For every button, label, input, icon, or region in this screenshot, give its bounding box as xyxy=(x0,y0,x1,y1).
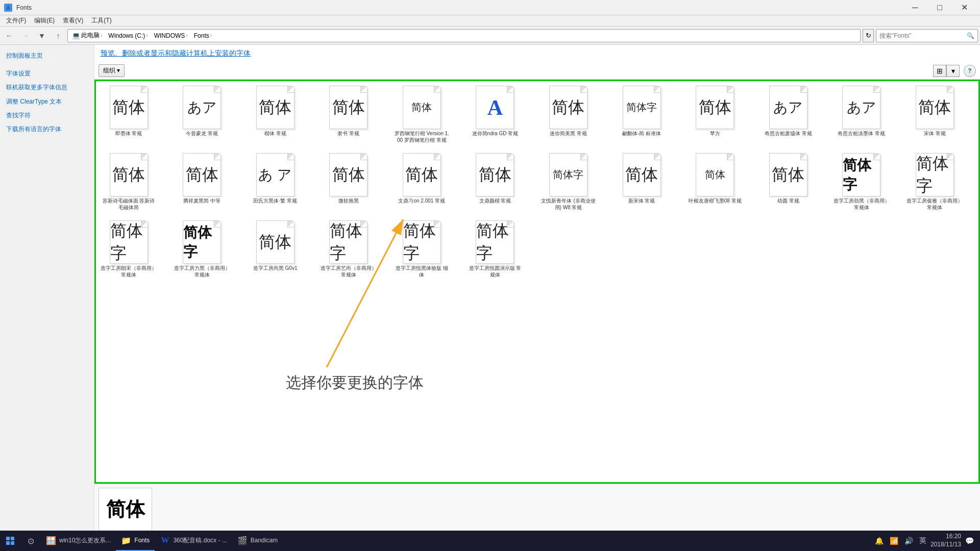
taskbar-icon-2: W xyxy=(160,535,170,545)
help-button[interactable]: ? xyxy=(964,65,976,77)
view-large-button[interactable]: ⊞ xyxy=(933,65,946,77)
font-name-label: 造字工房俊雅（非商用）常规体 xyxy=(906,197,963,211)
back-button[interactable]: ← xyxy=(2,29,16,43)
font-item[interactable]: 简体字 造字工房劲黑（非商用）常规体 xyxy=(831,151,892,217)
font-item[interactable]: あア 奇思古粗淡墨体 常规 xyxy=(831,83,892,149)
menu-file[interactable]: 文件(F) xyxy=(2,15,30,26)
font-item[interactable]: 简体 宋体 常规 xyxy=(904,83,965,149)
menu-tools[interactable]: 工具(T) xyxy=(87,15,115,26)
font-name-label: 迷你简美黑 常规 xyxy=(550,130,587,137)
sidebar-download[interactable]: 下载所有语言的字体 xyxy=(0,122,94,136)
font-preview-text: 简体字 xyxy=(916,153,953,196)
view-dropdown-button[interactable]: ▾ xyxy=(946,65,960,77)
font-item[interactable]: 简体字 造字工房俊雅（非商用）常规体 xyxy=(904,151,965,217)
font-name-label: 今昔豪龙 常规 xyxy=(186,130,218,137)
font-name-label: 苹方 xyxy=(710,130,720,137)
font-item[interactable]: 简体 腾祥麦黑简 中等 xyxy=(172,151,233,217)
taskbar-clock: 16:20 2018/11/13 xyxy=(930,533,961,548)
font-item[interactable]: 简体 造字工房尚黑 G0v1 xyxy=(244,218,306,284)
up-button[interactable]: ↑ xyxy=(51,29,65,43)
taskbar-network-icon[interactable]: 📶 xyxy=(888,537,900,545)
refresh-button[interactable]: ↻ xyxy=(863,29,874,42)
close-button[interactable]: ✕ xyxy=(952,0,976,15)
recent-button[interactable]: ▼ xyxy=(35,29,49,43)
content-title[interactable]: 预览、删除或者显示和隐藏计算机上安装的字体 xyxy=(101,49,251,57)
font-item[interactable]: 简体字 造字工房悦圆演示版 常规体 xyxy=(464,218,526,284)
address-windows[interactable]: WINDOWS › xyxy=(152,31,190,40)
taskbar-item-0[interactable]: 🪟 win10怎么更改系... xyxy=(41,531,116,551)
font-page: 简体 xyxy=(329,86,368,129)
font-page: 简体字 xyxy=(549,153,587,196)
taskbar-notification-icon[interactable]: 🔔 xyxy=(873,537,886,545)
font-page: あ ア xyxy=(256,153,295,196)
address-computer[interactable]: 💻 此电脑 › xyxy=(70,30,104,41)
font-item[interactable]: 简体 微软推黑 xyxy=(318,151,379,217)
search-input[interactable] xyxy=(879,32,965,39)
taskbar-speaker-icon[interactable]: 🔊 xyxy=(902,537,915,545)
taskbar-item-1[interactable]: 📁 Fonts xyxy=(116,531,155,551)
font-preview-text: あア xyxy=(187,98,217,117)
start-button[interactable] xyxy=(0,531,20,551)
sidebar-cleartype[interactable]: 调整 ClearType 文本 xyxy=(0,95,94,109)
sidebar-control-panel[interactable]: 控制面板主页 xyxy=(0,49,94,63)
font-item[interactable]: 简体 苹方 xyxy=(684,83,746,149)
forward-button[interactable]: → xyxy=(18,29,33,43)
font-item[interactable]: あ ア 田氏方黑体·繁 常规 xyxy=(244,151,306,217)
taskbar-icon-1: 📁 xyxy=(121,535,131,545)
font-name-label: 造字工房悦黑体验版 细体 xyxy=(394,265,450,278)
sidebar-find-char[interactable]: 查找字符 xyxy=(0,109,94,122)
font-item[interactable]: 简体字 造字工房艺尚（非商用）常规体 xyxy=(318,218,379,284)
font-name-label: 造字工房朗宋（非商用）常规体 xyxy=(101,265,157,278)
main-layout: 控制面板主页 字体设置 联机获取更多字体信息 调整 ClearType 文本 查… xyxy=(0,45,980,535)
font-item[interactable]: 简体 罗西钢笔行楷 Version 1.00 罗西钢笔行楷 常规 xyxy=(391,83,452,149)
taskbar-search-button[interactable]: ⊙ xyxy=(20,531,41,551)
font-preview-text: 简体 xyxy=(259,231,291,254)
menu-edit[interactable]: 编辑(E) xyxy=(30,15,59,26)
font-item[interactable]: 简体字 造字工房悦黑体验版 细体 xyxy=(391,218,452,284)
font-page: 简体 xyxy=(696,153,734,196)
font-item[interactable]: 简体字 文悦新青年体 (非商业使用) W8 常规 xyxy=(537,151,599,217)
taskbar-item-3[interactable]: 🎬 Bandicam xyxy=(232,531,283,551)
preview-font-box: 简体 xyxy=(99,488,152,531)
font-item[interactable]: A 迷你简ndra GD 常规 xyxy=(464,83,526,149)
maximize-button[interactable]: □ xyxy=(928,0,951,15)
font-preview-text: 简体字 xyxy=(476,220,513,264)
address-drive[interactable]: Windows (C:) › xyxy=(106,31,150,40)
search-bar[interactable]: 🔍 xyxy=(876,29,978,42)
font-page: 简体 xyxy=(183,153,221,196)
font-page: あア xyxy=(183,86,221,129)
menu-view[interactable]: 查看(V) xyxy=(59,15,87,26)
address-fonts[interactable]: Fonts › xyxy=(192,31,214,40)
sidebar-get-more[interactable]: 联机获取更多字体信息 xyxy=(0,81,94,94)
minimize-button[interactable]: ─ xyxy=(903,0,927,15)
font-item[interactable]: 简体字 造字工房朗宋（非商用）常规体 xyxy=(98,218,159,284)
font-item[interactable]: あア 今昔豪龙 常规 xyxy=(172,83,233,149)
content-area: 预览、删除或者显示和隐藏计算机上安装的字体 组织 ▾ ⊞ ▾ ? 简体 即墨体 … xyxy=(94,45,980,535)
taskbar-lang-icon[interactable]: 英 xyxy=(917,536,928,545)
font-item[interactable]: 简体字 造字工房力黑（非商用）常规体 xyxy=(172,218,233,284)
font-preview-text: 简体 xyxy=(112,96,145,119)
font-preview-text: 简体 xyxy=(411,101,432,114)
font-item[interactable]: 简体 隶书 常规 xyxy=(318,83,379,149)
font-name-label: 造字工房劲黑（非商用）常规体 xyxy=(834,197,890,211)
title-bar-left: A Fonts xyxy=(4,4,32,12)
font-item[interactable]: 简体 文鼎习on 2.001 常规 xyxy=(391,151,452,217)
font-item[interactable]: 简体 迷你简美黑 常规 xyxy=(537,83,599,149)
font-item[interactable]: 简体 文鼎颜楷 常规 xyxy=(464,151,526,217)
font-item[interactable]: 简体 叶根友唐楷飞墨08 常规 xyxy=(684,151,746,217)
font-item[interactable]: 简体 即墨体 常规 xyxy=(98,83,159,149)
font-preview-text: 简体 xyxy=(705,168,725,182)
taskbar-action-center-icon[interactable]: 💬 xyxy=(963,537,976,545)
font-item[interactable]: 简体 楷体 常规 xyxy=(244,83,306,149)
font-item[interactable]: 简体字 翩翻体-简 标准体 xyxy=(611,83,672,149)
font-name-label: 造字工房尚黑 G0v1 xyxy=(253,265,298,271)
font-item[interactable]: あア 奇思古粗废墟体 常规 xyxy=(757,83,819,149)
font-item[interactable]: 简体 幼圆 常规 xyxy=(757,151,819,217)
font-item[interactable]: 简体 苏新诗毛磁体面 苏新诗毛磁体简 xyxy=(98,151,159,217)
font-item[interactable]: 简体 新宋体 常规 xyxy=(611,151,672,217)
organize-button[interactable]: 组织 ▾ xyxy=(99,64,125,77)
font-preview-text: あア xyxy=(773,98,803,117)
font-page: 简体字 xyxy=(916,153,954,196)
sidebar-font-settings[interactable]: 字体设置 xyxy=(0,67,94,81)
taskbar-item-2[interactable]: W 360配音稿.docx - ... xyxy=(155,531,232,551)
